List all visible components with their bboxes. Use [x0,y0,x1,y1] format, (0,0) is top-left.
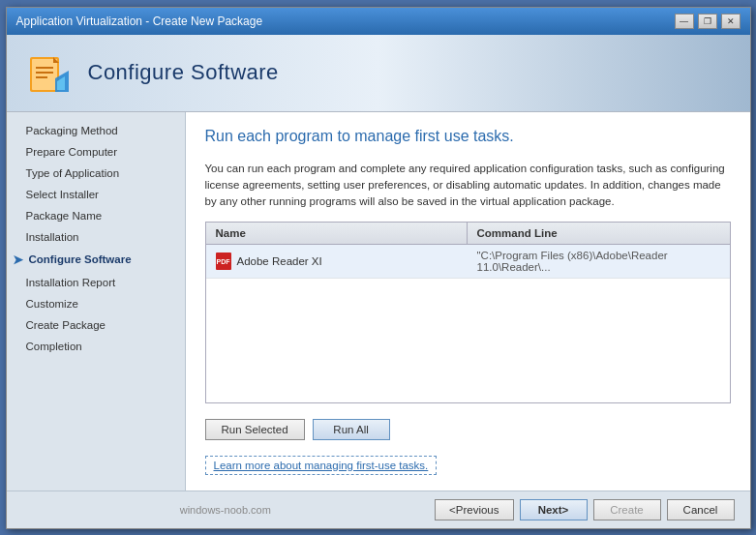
table-body: PDF Adobe Reader XI "C:\Program Files (x… [206,245,730,401]
next-button[interactable]: Next> [520,499,588,520]
sidebar-item-configure-software[interactable]: ➤ Configure Software [7,248,185,272]
title-bar: Application Virtualization - Create New … [7,8,750,35]
row-command-cell: "C:\Program Files (x86)\Adobe\Reader 11.… [468,245,730,278]
table-row[interactable]: PDF Adobe Reader XI "C:\Program Files (x… [206,245,730,279]
sidebar-label: Completion [26,341,82,352]
programs-table: Name Command Line PDF Adobe Reader XI "C… [205,222,731,402]
cancel-button[interactable]: Cancel [667,499,735,520]
sidebar-item-installation-report[interactable]: Installation Report [7,272,185,293]
description-text: You can run each program and complete an… [205,161,731,211]
header-title: Configure Software [88,60,279,85]
active-arrow-icon: ➤ [13,253,23,267]
main-window: Application Virtualization - Create New … [6,7,751,529]
sidebar-item-package-name[interactable]: Package Name [7,205,185,226]
sidebar-item-installation[interactable]: Installation [7,226,185,248]
sidebar-label: Packaging Method [26,125,118,136]
svg-rect-1 [32,59,57,90]
sidebar-label: Customize [26,298,78,310]
svg-rect-3 [36,67,53,69]
main-content: Run each program to manage first use tas… [186,112,750,490]
sidebar-label: Installation [26,231,79,243]
title-bar-controls: — ❐ ✕ [675,14,741,29]
sidebar-label: Prepare Computer [26,146,118,158]
sidebar-label: Package Name [26,210,103,222]
row-name-cell: PDF Adobe Reader XI [206,248,468,275]
row-app-name: Adobe Reader XI [237,255,322,267]
sidebar-item-type-application[interactable]: Type of Application [7,163,185,184]
header-banner: Configure Software [7,35,750,112]
footer: windows-noob.com <Previous Next> Create … [7,490,750,528]
body: Packaging Method Prepare Computer Type o… [7,112,750,490]
run-selected-button[interactable]: Run Selected [205,419,305,440]
window-title: Application Virtualization - Create New … [16,15,263,28]
sidebar-item-create-package[interactable]: Create Package [7,314,185,336]
learn-link[interactable]: Learn more about managing first-use task… [205,452,731,475]
main-heading: Run each program to manage first use tas… [205,128,731,145]
sidebar-item-packaging-method[interactable]: Packaging Method [7,120,185,141]
pdf-icon: PDF [216,253,231,270]
back-button[interactable]: <Previous [435,499,513,520]
create-button[interactable]: Create [593,499,661,520]
action-buttons: Run Selected Run All [205,419,731,440]
sidebar: Packaging Method Prepare Computer Type o… [7,112,186,490]
sidebar-item-completion[interactable]: Completion [7,336,185,357]
watermark: windows-noob.com [22,504,430,516]
minimize-button[interactable]: — [675,14,694,29]
table-header: Name Command Line [206,223,730,245]
sidebar-label: Installation Report [26,277,116,288]
svg-rect-5 [36,76,47,78]
close-button[interactable]: ✕ [721,14,741,29]
column-command: Command Line [468,223,730,244]
sidebar-label: Select Installer [26,189,99,200]
sidebar-item-customize[interactable]: Customize [7,293,185,314]
app-icon [26,49,73,96]
sidebar-label: Configure Software [29,253,132,265]
svg-rect-4 [36,72,53,74]
column-name: Name [206,223,468,244]
restore-button[interactable]: ❐ [698,14,717,29]
sidebar-label: Create Package [26,319,106,331]
sidebar-label: Type of Application [26,167,120,179]
sidebar-item-select-installer[interactable]: Select Installer [7,184,185,205]
sidebar-item-prepare-computer[interactable]: Prepare Computer [7,141,185,163]
run-all-button[interactable]: Run All [313,419,390,440]
